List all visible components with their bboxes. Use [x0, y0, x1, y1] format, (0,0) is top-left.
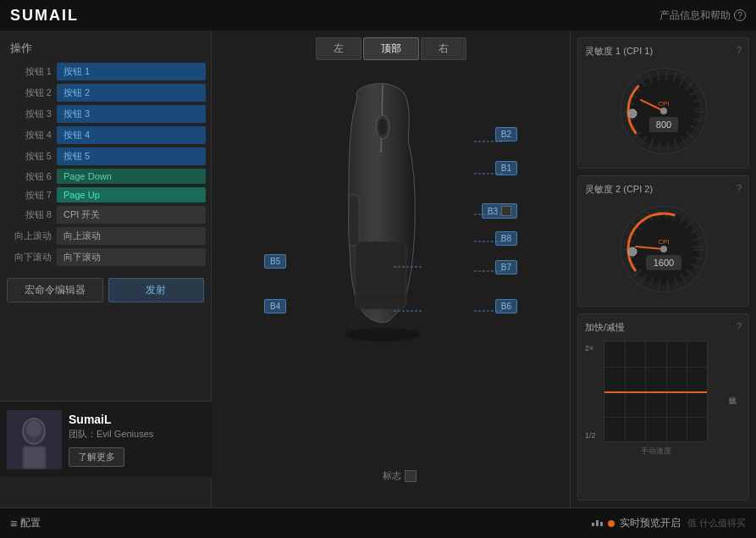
- btn-value-5[interactable]: 按钮 5: [57, 147, 206, 165]
- bottom-left: ≡ 配置: [10, 516, 41, 530]
- sensitivity-2-help[interactable]: ?: [737, 183, 742, 196]
- bottom-buttons: 宏命令编辑器 发射: [0, 271, 211, 306]
- sensitivity-2-dial[interactable]: 1600 CPI: [617, 202, 710, 296]
- watermark-text: 值 什么值得买: [687, 517, 746, 530]
- config-label: 配置: [20, 516, 41, 530]
- svg-text:800: 800: [655, 119, 670, 130]
- avatar-image: [7, 410, 62, 469]
- svg-point-46: [628, 247, 637, 256]
- acceleration-help[interactable]: ?: [737, 321, 742, 334]
- mouse-button-B2[interactable]: B2: [495, 127, 517, 141]
- mouse-button-B7[interactable]: B7: [495, 260, 517, 275]
- bottombar: ≡ 配置 实时预览开启 值 什么值得买: [0, 507, 756, 538]
- rt-bar-2: [596, 520, 599, 526]
- realtime-dot: [608, 520, 615, 527]
- mouse-button-B4[interactable]: B4: [264, 299, 286, 313]
- svg-point-45: [660, 246, 667, 252]
- svg-rect-5: [24, 447, 45, 468]
- button-row-scroll-down[interactable]: 向下滚动 向下滚动: [0, 247, 211, 268]
- chart-wrapper: 2× 1/2 纵横比 手动速度: [585, 341, 742, 457]
- btn-label-1: 按钮 1: [5, 65, 52, 78]
- button-row-4[interactable]: 按钮 4 按钮 4: [0, 125, 211, 146]
- button-row-8[interactable]: 按钮 8 CPI 开关: [0, 204, 211, 225]
- mouse-area: B2 B1 B3 B8 B5 B7 B4 B6 标志: [212, 64, 570, 507]
- help-area[interactable]: 产品信息和帮助 ?: [659, 8, 746, 23]
- profile-section: SumaiL 团队：Evil Geniuses 了解更多: [0, 401, 212, 477]
- btn-value-scroll-down[interactable]: 向下滚动: [57, 248, 206, 266]
- btn-label-8: 按钮 8: [5, 208, 52, 221]
- svg-point-35: [660, 108, 667, 114]
- btn-label-scroll-up: 向上滚动: [5, 230, 52, 242]
- btn-value-4[interactable]: 按钮 4: [57, 126, 206, 144]
- tab-right[interactable]: 右: [421, 37, 466, 60]
- avatar: [7, 410, 62, 469]
- svg-point-36: [628, 109, 637, 118]
- topbar: SUMAIL 产品信息和帮助 ?: [0, 0, 756, 31]
- right-panel: 灵敏度 1 (CPI 1) ?: [570, 31, 756, 507]
- mouse-button-B5[interactable]: B5: [264, 254, 286, 269]
- bottom-right: 实时预览开启 值 什么值得买: [592, 516, 746, 530]
- sensitivity-1-dial[interactable]: 800 CPI: [617, 64, 710, 158]
- sensitivity-1-dial-container: 800 CPI: [585, 64, 742, 158]
- btn-label-7: 按钮 7: [5, 189, 52, 202]
- operations-title: 操作: [0, 37, 211, 61]
- rt-bar-1: [592, 523, 594, 526]
- btn-label-scroll-down: 向下滚动: [5, 251, 52, 263]
- label-mark-text: 标志: [383, 469, 401, 482]
- svg-text:1600: 1600: [653, 258, 673, 268]
- btn-value-scroll-up[interactable]: 向上滚动: [57, 227, 206, 245]
- chart-right-label: 纵横比: [727, 341, 738, 440]
- label-mark-icon[interactable]: [405, 470, 417, 482]
- profile-name: SumaiL: [69, 413, 205, 426]
- button-row-scroll-up[interactable]: 向上滚动 向上滚动: [0, 225, 211, 247]
- mouse-button-B8[interactable]: B8: [495, 231, 517, 246]
- tab-left[interactable]: 左: [316, 37, 361, 60]
- btn-value-7[interactable]: Page Up: [57, 187, 206, 202]
- fire-button[interactable]: 发射: [108, 278, 205, 302]
- realtime-bars: [592, 520, 603, 526]
- app-title: SUMAIL: [10, 7, 79, 25]
- help-icon[interactable]: ?: [734, 9, 746, 21]
- tab-top[interactable]: 顶部: [363, 37, 419, 60]
- acceleration-title: 加快/减慢 ?: [585, 321, 742, 334]
- center-panel: 左 顶部 右: [212, 31, 570, 507]
- sensitivity-1-title: 灵敏度 1 (CPI 1) ?: [585, 45, 742, 58]
- mouse-button-B3[interactable]: B3: [482, 203, 517, 219]
- mouse-illustration: [306, 72, 476, 343]
- button-row-1[interactable]: 按钮 1 按钮 1: [0, 61, 211, 82]
- button-row-7[interactable]: 按钮 7 Page Up: [0, 186, 211, 204]
- btn-value-3[interactable]: 按钮 3: [57, 105, 206, 123]
- acceleration-chart[interactable]: [604, 341, 708, 442]
- realtime-indicator: 实时预览开启: [592, 516, 681, 530]
- button-row-2[interactable]: 按钮 2 按钮 2: [0, 82, 211, 103]
- btn-label-5: 按钮 5: [5, 150, 52, 163]
- help-text-label: 产品信息和帮助: [659, 8, 731, 23]
- label-mark-area: 标志: [383, 469, 417, 482]
- btn-value-8[interactable]: CPI 开关: [57, 206, 206, 224]
- svg-text:CPI: CPI: [658, 100, 669, 108]
- learn-more-button[interactable]: 了解更多: [69, 447, 124, 467]
- sensitivity-1-help[interactable]: ?: [737, 45, 742, 58]
- sensitivity-2-section: 灵敏度 2 (CPI 2) ? 1600 CPI: [577, 175, 749, 307]
- button-row-3[interactable]: 按钮 3 按钮 3: [0, 103, 211, 125]
- button-row-5[interactable]: 按钮 5 按钮 5: [0, 146, 211, 167]
- svg-point-21: [345, 328, 421, 341]
- profile-team: 团队：Evil Geniuses: [69, 428, 205, 441]
- svg-text:CPI: CPI: [658, 238, 669, 246]
- button-row-6[interactable]: 按钮 6 Page Down: [0, 167, 211, 186]
- left-panel: 操作 按钮 1 按钮 1 按钮 2 按钮 2 按钮 3 按钮 3 按钮 4 按钮…: [0, 31, 212, 507]
- btn-value-2[interactable]: 按钮 2: [57, 84, 206, 102]
- rt-bar-3: [600, 522, 603, 526]
- btn-value-1[interactable]: 按钮 1: [57, 63, 206, 80]
- mouse-button-B1[interactable]: B1: [495, 161, 517, 175]
- profile-info: SumaiL 团队：Evil Geniuses 了解更多: [69, 413, 205, 467]
- btn-label-4: 按钮 4: [5, 129, 52, 141]
- btn-value-6[interactable]: Page Down: [57, 169, 206, 184]
- macro-editor-button[interactable]: 宏命令编辑器: [7, 278, 103, 302]
- mouse-button-B6[interactable]: B6: [495, 299, 517, 313]
- config-button[interactable]: ≡ 配置: [10, 516, 41, 530]
- btn-label-3: 按钮 3: [5, 108, 52, 120]
- realtime-label: 实时预览开启: [620, 516, 681, 530]
- chart-y-max: 2×: [585, 344, 593, 352]
- tab-bar: 左 顶部 右: [316, 31, 466, 64]
